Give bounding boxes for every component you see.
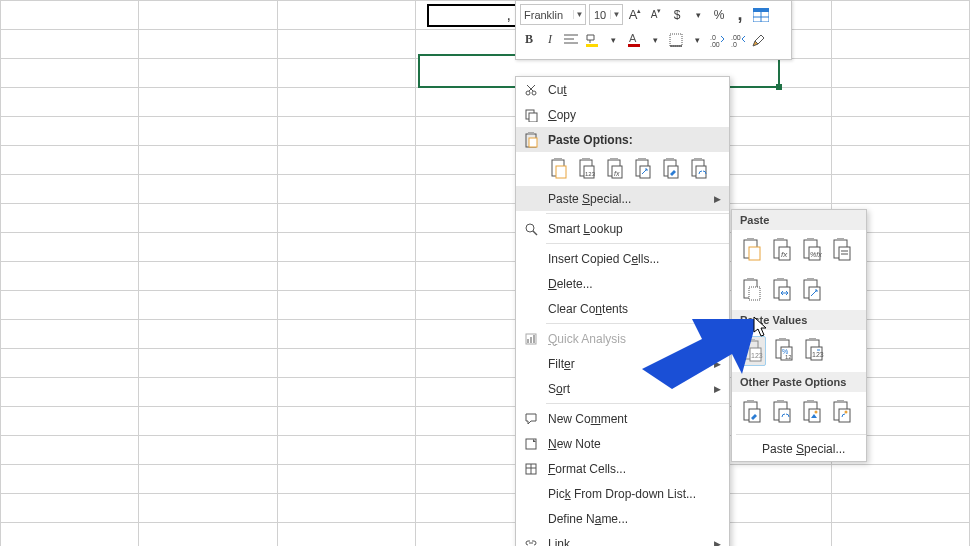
svg-text:fx: fx <box>781 250 788 259</box>
paste-link-button[interactable] <box>688 156 710 182</box>
menu-define-name[interactable]: Define Name... <box>516 506 729 531</box>
paste-linked-picture-btn[interactable] <box>830 398 854 426</box>
paste-formatting-only-btn[interactable] <box>740 398 764 426</box>
note-icon <box>522 435 540 453</box>
menu-paste-special[interactable]: Paste Special... ▶ <box>516 186 729 211</box>
menu-smart-lookup-label: Smart Lookup <box>548 222 721 236</box>
svg-rect-37 <box>638 158 646 161</box>
svg-text:123: 123 <box>812 351 824 358</box>
paste-formatting-button[interactable] <box>660 156 682 182</box>
svg-text:123: 123 <box>585 171 596 177</box>
paste-values-only-btn[interactable]: 123 <box>740 336 766 366</box>
menu-filter[interactable]: Filter ▶ <box>516 351 729 376</box>
font-name-dropdown[interactable]: Franklin ▼ <box>520 4 586 25</box>
menu-link[interactable]: Link ▶ <box>516 531 729 546</box>
scissors-icon <box>522 81 540 99</box>
format-cells-icon <box>522 460 540 478</box>
svg-text:.0: .0 <box>731 41 737 47</box>
svg-rect-67 <box>837 238 844 241</box>
paste-transpose-btn[interactable] <box>800 276 824 304</box>
paste-all-button[interactable] <box>548 156 570 182</box>
paste-values-button[interactable]: 123 <box>576 156 598 182</box>
submenu-paste-row-2 <box>732 270 866 310</box>
menu-format-cells[interactable]: Format Cells... <box>516 456 729 481</box>
menu-smart-lookup[interactable]: Smart Lookup <box>516 216 729 241</box>
svg-text:.0: .0 <box>710 34 716 41</box>
svg-text:A: A <box>629 32 637 44</box>
submenu-values-row: 123 %12 123 <box>732 330 866 372</box>
menu-clear-contents[interactable]: Clear Contents <box>516 296 729 321</box>
svg-rect-57 <box>749 247 760 260</box>
svg-rect-26 <box>554 158 562 161</box>
borders-dropdown[interactable]: ▾ <box>688 30 706 50</box>
borders-button[interactable] <box>667 30 685 50</box>
fill-color-dropdown[interactable]: ▾ <box>604 30 622 50</box>
svg-rect-90 <box>809 338 816 341</box>
menu-delete[interactable]: Delete... <box>516 271 729 296</box>
cell-d1[interactable]: , <box>427 4 517 27</box>
paste-col-width-btn[interactable] <box>770 276 794 304</box>
align-button[interactable] <box>562 30 580 50</box>
svg-rect-85 <box>779 338 786 341</box>
menu-delete-label: Delete... <box>548 277 721 291</box>
increase-font-button[interactable]: A▴ <box>626 5 644 25</box>
svg-rect-27 <box>556 166 566 178</box>
submenu-arrow-icon: ▶ <box>714 384 721 394</box>
font-size-dropdown[interactable]: 10 ▼ <box>589 4 623 25</box>
font-color-dropdown[interactable]: ▾ <box>646 30 664 50</box>
submenu-other-row <box>732 392 866 432</box>
chevron-down-icon: ▼ <box>573 10 585 19</box>
svg-text:.00: .00 <box>731 34 741 41</box>
menu-new-comment[interactable]: New Comment <box>516 406 729 431</box>
percent-button[interactable]: % <box>710 5 728 25</box>
paste-values-srcfmt-btn[interactable]: 123 <box>802 336 826 364</box>
svg-rect-38 <box>640 166 650 178</box>
bold-button[interactable]: B <box>520 30 538 50</box>
svg-rect-21 <box>529 113 537 122</box>
paste-formulas-button[interactable]: fx <box>604 156 626 182</box>
paste-keep-src-btn[interactable] <box>830 236 854 264</box>
currency-button[interactable]: $ <box>668 5 686 25</box>
menu-cut[interactable]: Cut <box>516 77 729 102</box>
submenu-paste-row: fx %fx <box>732 230 866 270</box>
decrease-font-button[interactable]: A▾ <box>647 5 665 25</box>
currency-dropdown[interactable]: ▾ <box>689 5 707 25</box>
font-color-button[interactable]: A <box>625 30 643 50</box>
menu-insert-copied[interactable]: Insert Copied Cells... <box>516 246 729 271</box>
format-table-button[interactable] <box>752 5 770 25</box>
paste-formulas-btn[interactable]: fx <box>770 236 794 264</box>
menu-new-note[interactable]: New Note <box>516 431 729 456</box>
search-icon <box>522 220 540 238</box>
svg-point-106 <box>845 411 848 414</box>
menu-paste-options: Paste Options: <box>516 127 729 152</box>
menu-sort[interactable]: Sort ▶ <box>516 376 729 401</box>
svg-rect-105 <box>839 409 850 422</box>
paste-transpose-button[interactable] <box>632 156 654 182</box>
menu-pick-list-label: Pick From Drop-down List... <box>548 487 721 501</box>
paste-picture-btn[interactable] <box>800 398 824 426</box>
increase-decimal-button[interactable]: .0.00 <box>709 30 727 50</box>
submenu-paste-special[interactable]: Paste Special... <box>732 437 866 461</box>
comma-style-button[interactable]: , <box>731 5 749 25</box>
format-painter-button[interactable] <box>751 30 769 50</box>
paste-all-btn[interactable] <box>740 236 764 264</box>
paste-no-borders-btn[interactable] <box>740 276 764 304</box>
svg-point-45 <box>526 224 534 232</box>
svg-rect-29 <box>582 158 590 161</box>
decrease-decimal-button[interactable]: .00.0 <box>730 30 748 50</box>
svg-rect-48 <box>527 339 529 343</box>
menu-pick-list[interactable]: Pick From Drop-down List... <box>516 481 729 506</box>
fill-color-button[interactable] <box>583 30 601 50</box>
paste-values-nf-btn[interactable]: %12 <box>772 336 796 364</box>
menu-paste-options-label: Paste Options: <box>548 133 721 147</box>
svg-rect-63 <box>807 238 814 241</box>
svg-rect-49 <box>530 337 532 343</box>
svg-text:.00: .00 <box>710 41 720 47</box>
italic-button[interactable]: I <box>541 30 559 50</box>
paste-link-btn[interactable] <box>770 398 794 426</box>
svg-rect-104 <box>837 400 844 403</box>
menu-filter-label: Filter <box>548 357 706 371</box>
paste-formulas-nf-btn[interactable]: %fx <box>800 236 824 264</box>
menu-copy[interactable]: Copy <box>516 102 729 127</box>
menu-insert-copied-label: Insert Copied Cells... <box>548 252 721 266</box>
